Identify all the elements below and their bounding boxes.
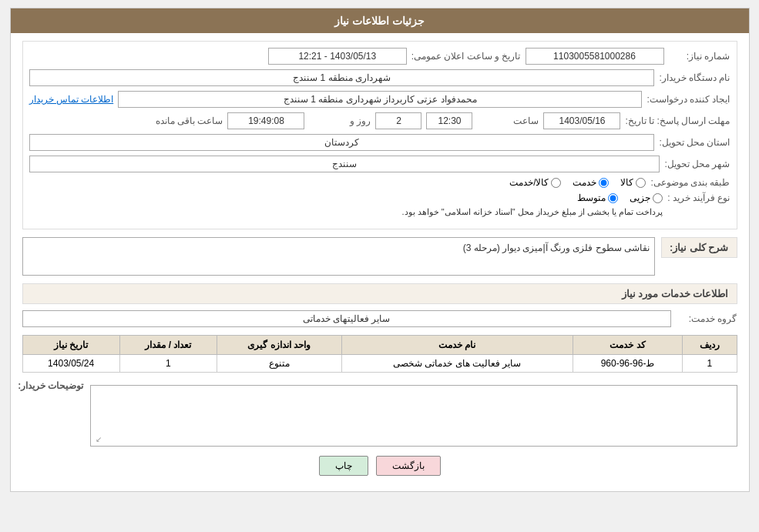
services-section-title: اطلاعات خدمات مورد نیاز (22, 283, 737, 304)
category-radio-group: کالا خدمت کالا/خدمت (509, 177, 646, 188)
services-table: ردیف کد خدمت نام خدمت واحد اندازه گیری ت… (22, 335, 737, 373)
table-row: 1 ط-96-96-960 سایر فعالیت های خدماتی شخص… (22, 355, 737, 373)
buyer-org-label: نام دستگاه خریدار: (659, 72, 730, 83)
row-deadline: مهلت ارسال پاسخ: تا تاریخ: 1403/05/16 سا… (29, 112, 730, 129)
cell-unit: متنوع (217, 355, 341, 373)
buyer-org-value: شهرداری منطقه 1 سنندج (29, 69, 655, 86)
row-buyer-org: نام دستگاه خریدار: شهرداری منطقه 1 سنندج (29, 69, 730, 86)
city-label: شهر محل تحویل: (664, 159, 730, 169)
creator-link[interactable]: اطلاعات تماس خریدار (29, 94, 114, 105)
purchase-motevaset-radio[interactable] (608, 193, 618, 203)
resize-handle: ↙ (92, 435, 102, 444)
city-value: سنندج (29, 156, 660, 172)
col-service-name: نام خدمت (341, 336, 573, 355)
col-row-num: ردیف (683, 336, 737, 355)
print-button[interactable]: چاپ (319, 456, 368, 476)
category-khedmat[interactable]: خدمت (573, 177, 609, 188)
deadline-day-label: روز و (309, 115, 371, 126)
purchase-jozii[interactable]: جزیی (630, 192, 663, 203)
col-unit: واحد اندازه گیری (217, 336, 341, 355)
cell-service-code: ط-96-96-960 (573, 355, 682, 373)
need-description-title: شرح کلی نیاز: (661, 237, 737, 258)
col-date: تاریخ نیاز (22, 336, 119, 355)
category-kala-khedmat-radio[interactable] (551, 178, 561, 188)
category-khedmat-radio[interactable] (599, 178, 609, 188)
service-group-value: سایر فعالیتهای خدماتی (22, 310, 671, 327)
service-group-label: گروه خدمت: (676, 313, 737, 324)
announcement-label: تاریخ و ساعت اعلان عمومی: (411, 51, 521, 62)
buttons-row: بازگشت چاپ (22, 456, 737, 476)
cell-service-name: سایر فعالیت های خدماتی شخصی (341, 355, 573, 373)
services-table-section: ردیف کد خدمت نام خدمت واحد اندازه گیری ت… (22, 335, 737, 373)
category-kala-radio[interactable] (636, 178, 646, 188)
deadline-time: 12:30 (426, 112, 472, 129)
purchase-type-radio-group: جزیی متوسط (29, 192, 663, 203)
page-title: جزئیات اطلاعات نیاز (11, 8, 749, 33)
buyer-notes-label: توضیحات خریدار: (22, 380, 84, 391)
need-number-value: 1103005581000286 (526, 48, 664, 65)
row-purchase-type: نوع فرآیند خرید : جزیی متوسط پرداخت تمام… (29, 192, 730, 218)
deadline-date: 1403/05/16 (543, 112, 620, 129)
row-service-group: گروه خدمت: سایر فعالیتهای خدماتی (22, 310, 737, 327)
page-wrapper: جزئیات اطلاعات نیاز شماره نیاز: 11030055… (10, 8, 750, 492)
purchase-type-label: نوع فرآیند خرید : (667, 192, 730, 203)
creator-label: ایجاد کننده درخواست: (646, 94, 730, 105)
purchase-jozii-radio[interactable] (653, 193, 663, 203)
back-button[interactable]: بازگشت (376, 456, 441, 476)
deadline-time-label: ساعت (477, 115, 539, 126)
row-province: استان محل تحویل: کردستان (29, 134, 730, 151)
deadline-remaining-label: ساعت باقی مانده (156, 115, 223, 126)
need-description-value: نقاشی سطوح فلزی ورنگ آ|میزی دیوار (مرحله… (22, 237, 655, 276)
deadline-days: 2 (375, 112, 421, 129)
province-value: کردستان (29, 134, 655, 151)
cell-quantity: 1 (119, 355, 217, 373)
announcement-value: 1403/05/13 - 12:21 (268, 48, 407, 65)
need-description-row: شرح کلی نیاز: نقاشی سطوح فلزی ورنگ آ|میز… (22, 237, 737, 276)
province-label: استان محل تحویل: (659, 137, 730, 148)
table-header-row: ردیف کد خدمت نام خدمت واحد اندازه گیری ت… (22, 336, 737, 355)
creator-value: محمدفواد عزتی کاربرداز شهرداری منطقه 1 س… (118, 91, 642, 108)
need-number-label: شماره نیاز: (669, 51, 730, 62)
row-creator: ایجاد کننده درخواست: محمدفواد عزتی کاربر… (29, 91, 730, 108)
category-kala[interactable]: کالا (620, 177, 646, 188)
content-area: شماره نیاز: 1103005581000286 تاریخ و ساع… (11, 33, 749, 491)
main-info-section: شماره نیاز: 1103005581000286 تاریخ و ساع… (22, 41, 737, 229)
buyer-notes-row: ↙ توضیحات خریدار: (22, 380, 737, 447)
category-kala-khedmat[interactable]: کالا/خدمت (509, 177, 561, 188)
buyer-notes-box: ↙ (90, 385, 737, 447)
purchase-motevaset[interactable]: متوسط (577, 192, 618, 203)
col-service-code: کد خدمت (573, 336, 682, 355)
deadline-remaining: 19:49:08 (227, 112, 304, 129)
row-city: شهر محل تحویل: سنندج (29, 156, 730, 172)
row-announcement: شماره نیاز: 1103005581000286 تاریخ و ساع… (29, 48, 730, 65)
row-category: طبقه بندی موضوعی: کالا خدمت کالا/خدمت (29, 177, 730, 188)
purchase-type-desc: پرداخت تمام یا بخشی از مبلغ خریداز محل "… (29, 206, 663, 218)
col-quantity: تعداد / مقدار (119, 336, 217, 355)
deadline-label: مهلت ارسال پاسخ: تا تاریخ: (625, 115, 730, 126)
category-label: طبقه بندی موضوعی: (650, 177, 730, 188)
cell-row-num: 1 (683, 355, 737, 373)
cell-date: 1403/05/24 (22, 355, 119, 373)
